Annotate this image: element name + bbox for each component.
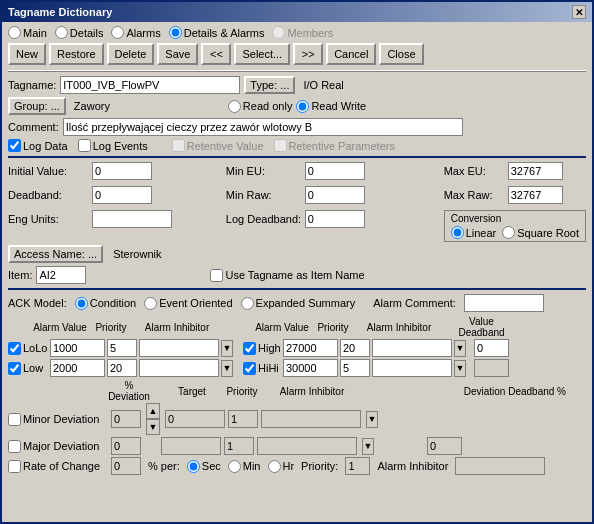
lolo-inhibitor-input[interactable] [139,339,219,357]
hihi-checkbox[interactable]: HiHi [243,362,281,375]
dev-col-header-5: Deviation Deadband % [362,386,586,397]
tagname-input[interactable] [60,76,240,94]
hihi-label: HiHi [258,362,279,374]
max-raw-label: Max Raw: [444,189,504,201]
tab-details-alarms[interactable]: Details & Alarms [169,26,265,39]
log-events-checkbox[interactable]: Log Events [78,139,148,152]
tab-details[interactable]: Details [55,26,104,39]
access-name-button[interactable]: Access Name: ... [8,245,103,263]
max-eu-input[interactable] [508,162,563,180]
initial-value-input[interactable] [92,162,152,180]
log-data-checkbox[interactable]: Log Data [8,139,68,152]
access-name-value: Sterownik [113,248,161,260]
rate-priority-input[interactable] [345,457,370,475]
low-inhibitor-input[interactable] [139,359,219,377]
major-pct-dev-input[interactable] [111,437,141,455]
high-scroll-btn[interactable]: ▼ [454,340,466,357]
comment-input[interactable] [63,118,463,136]
hihi-inhibitor-input[interactable] [372,359,452,377]
item-label: Item: [8,269,32,281]
use-tagname-checkbox[interactable]: Use Tagname as Item Name [210,269,364,282]
comment-label: Comment: [8,121,59,133]
high-inhibitor-input[interactable] [372,339,452,357]
hihi-priority-input[interactable] [340,359,370,377]
next-button[interactable]: >> [293,43,323,65]
log-deadband-input[interactable] [305,210,365,228]
item-input[interactable] [36,266,86,284]
minor-dev-up-btn[interactable]: ▲ [146,403,160,419]
dev-col-header-1: % Deviation [108,380,150,402]
lolo-priority-input[interactable] [107,339,137,357]
minor-pct-dev-input[interactable] [111,410,141,428]
low-scroll-btn[interactable]: ▼ [221,360,233,377]
save-button[interactable]: Save [157,43,198,65]
tabs-row: Main Details Alarms Details & Alarms Mem… [8,26,586,39]
close-button[interactable]: Close [379,43,423,65]
linear-option[interactable]: Linear [451,226,497,239]
major-deadband-input[interactable] [427,437,462,455]
group-button[interactable]: Group: ... [8,97,66,115]
lolo-value-input[interactable] [50,339,105,357]
hihi-scroll-btn[interactable]: ▼ [454,360,466,377]
dev-col-header-2: Target [162,386,222,397]
min-raw-input[interactable] [305,186,365,204]
rate-value-input[interactable] [111,457,141,475]
major-target-input[interactable] [161,437,221,455]
restore-button[interactable]: Restore [49,43,104,65]
high-value-input[interactable] [283,339,338,357]
alarm-comment-input[interactable] [464,294,544,312]
major-deviation-checkbox[interactable]: Major Deviation [8,440,108,453]
rate-min-option[interactable]: Min [228,460,261,473]
ack-expanded-option[interactable]: Expanded Summary [241,297,356,310]
major-inhibitor-scroll[interactable]: ▼ [362,438,374,455]
select-button[interactable]: Select... [234,43,290,65]
rate-of-change-row: Rate of Change % per: Sec Min Hr Priorit… [8,457,586,475]
window-close-button[interactable]: ✕ [572,5,586,19]
high-priority-input[interactable] [340,339,370,357]
ack-model-label: ACK Model: [8,297,67,309]
type-button[interactable]: Type: ... [244,76,295,94]
minor-deviation-checkbox[interactable]: Minor Deviation [8,413,108,426]
tab-members[interactable]: Members [272,26,333,39]
read-write-option[interactable]: Read Write [296,100,366,113]
lolo-checkbox[interactable]: LoLo [8,342,48,355]
high-checkbox[interactable]: High [243,342,281,355]
lolo-scroll-btn[interactable]: ▼ [221,340,233,357]
group-row: Group: ... Zawory Read only Read Write [8,97,586,115]
rate-sec-option[interactable]: Sec [187,460,221,473]
minor-dev-down-btn[interactable]: ▼ [146,419,160,435]
read-only-option[interactable]: Read only [228,100,293,113]
low-priority-input[interactable] [107,359,137,377]
ack-event-option[interactable]: Event Oriented [144,297,232,310]
lolo-label: LoLo [23,342,47,354]
minor-inhibitor-scroll[interactable]: ▼ [366,411,378,428]
eng-units-input[interactable] [92,210,172,228]
min-eu-input[interactable] [305,162,365,180]
rate-hr-option[interactable]: Hr [268,460,295,473]
rate-of-change-checkbox[interactable]: Rate of Change [8,460,108,473]
max-raw-input[interactable] [508,186,563,204]
square-root-option[interactable]: Square Root [502,226,579,239]
rate-per-label: % per: [148,460,180,472]
minor-priority-input[interactable] [228,410,258,428]
delete-button[interactable]: Delete [107,43,155,65]
rate-inhibitor-input[interactable] [455,457,545,475]
cancel-button[interactable]: Cancel [326,43,376,65]
tab-main[interactable]: Main [8,26,47,39]
value-deadband-input-2[interactable] [474,359,509,377]
new-button[interactable]: New [8,43,46,65]
tab-alarms[interactable]: Alarms [111,26,160,39]
ack-condition-option[interactable]: Condition [75,297,136,310]
major-priority-input[interactable] [224,437,254,455]
low-checkbox[interactable]: Low [8,362,48,375]
hihi-value-input[interactable] [283,359,338,377]
prev-button[interactable]: << [201,43,231,65]
low-label: Low [23,362,43,374]
minor-target-input[interactable] [165,410,225,428]
value-deadband-input[interactable] [474,339,509,357]
low-value-input[interactable] [50,359,105,377]
major-inhibitor-input[interactable] [257,437,357,455]
alarm-col-header-1: Alarm Value [30,322,90,333]
deadband-input[interactable] [92,186,152,204]
minor-inhibitor-input[interactable] [261,410,361,428]
